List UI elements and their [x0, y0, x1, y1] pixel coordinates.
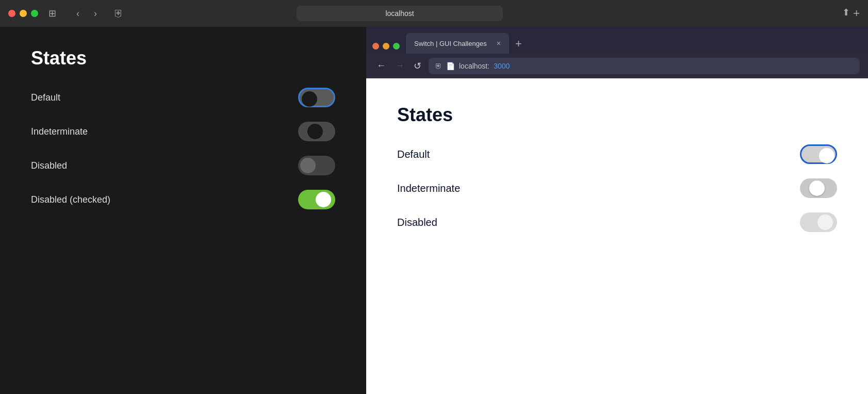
nav-bar: ← → ↺ ⛨ 📄 localhost:3000: [366, 54, 868, 78]
left-toggle-default-wrap[interactable]: [298, 88, 335, 107]
left-panel: States Default Indeterminate Disabled: [0, 27, 366, 394]
back-icon[interactable]: ‹: [70, 6, 86, 21]
right-state-row-default: Default: [397, 144, 837, 164]
left-toggle-disabled-wrap: [298, 156, 335, 175]
left-toggle-default[interactable]: [298, 88, 335, 107]
right-toggle-disabled: [800, 212, 837, 232]
left-section-title: States: [31, 47, 335, 69]
tab-traffic-lights: [372, 43, 400, 50]
left-state-row-disabled-checked: Disabled (checked): [31, 190, 335, 209]
left-toggle-default-knob: [302, 91, 317, 107]
minimize-button[interactable]: [20, 10, 27, 17]
forward-icon[interactable]: ›: [88, 6, 103, 21]
left-toggle-indeterminate-wrap[interactable]: [298, 122, 335, 141]
url-port: 3000: [494, 62, 510, 70]
browser-window: Switch | GUI Challenges × + ← → ↺ ⛨ 📄 lo…: [366, 27, 868, 394]
right-label-indeterminate: Indeterminate: [397, 183, 460, 194]
right-toggle-disabled-knob: [817, 215, 833, 230]
left-state-row-default: Default: [31, 88, 335, 107]
left-state-row-disabled: Disabled: [31, 156, 335, 175]
os-url-text: localhost: [385, 9, 414, 18]
left-label-indeterminate: Indeterminate: [31, 126, 88, 137]
forward-button[interactable]: →: [393, 58, 406, 73]
right-toggle-indeterminate[interactable]: [800, 178, 837, 198]
left-label-disabled: Disabled: [31, 160, 67, 171]
traffic-lights: [8, 10, 38, 17]
main-row: States Default Indeterminate Disabled: [0, 27, 868, 394]
new-tab-icon[interactable]: +: [853, 7, 860, 20]
right-toggle-default-wrap[interactable]: [800, 144, 837, 164]
os-title-bar: ⊞ ‹ › ⛨ localhost ⬆ +: [0, 0, 868, 27]
left-toggle-disabled-checked-knob: [316, 192, 331, 207]
right-toggle-indeterminate-wrap[interactable]: [800, 178, 837, 198]
os-right-icons: ⬆ +: [842, 7, 860, 20]
tab-close-button[interactable]: ×: [497, 39, 501, 47]
left-toggle-indeterminate[interactable]: [298, 122, 335, 141]
maximize-button[interactable]: [31, 10, 38, 17]
close-button[interactable]: [8, 10, 15, 17]
left-toggle-disabled: [298, 156, 335, 175]
tab-max-dot[interactable]: [393, 43, 400, 50]
left-toggle-disabled-checked-wrap: [298, 190, 335, 209]
shield-icon-small: ⛨: [435, 62, 442, 70]
right-toggle-disabled-wrap: [800, 212, 837, 232]
right-state-row-disabled: Disabled: [397, 212, 837, 232]
share-icon[interactable]: ⬆: [842, 7, 850, 20]
os-nav: ‹ ›: [70, 6, 103, 21]
shield-icon: ⛨: [113, 8, 124, 20]
right-toggle-indeterminate-knob: [809, 180, 825, 196]
page-icon: 📄: [446, 62, 455, 70]
url-host: localhost:: [459, 62, 489, 70]
left-toggle-disabled-knob: [300, 158, 316, 173]
right-state-row-indeterminate: Indeterminate: [397, 178, 837, 198]
right-label-default: Default: [397, 149, 430, 160]
reload-button[interactable]: ↺: [412, 58, 423, 74]
left-label-disabled-checked: Disabled (checked): [31, 194, 110, 205]
tab-min-dot[interactable]: [383, 43, 389, 50]
left-state-row-indeterminate: Indeterminate: [31, 122, 335, 141]
left-toggle-indeterminate-knob: [307, 124, 323, 139]
sidebar-toggle-icon[interactable]: ⊞: [44, 6, 60, 21]
tab-bar: Switch | GUI Challenges × +: [366, 27, 868, 54]
left-toggle-disabled-checked: [298, 190, 335, 209]
tab-close-dot[interactable]: [372, 43, 379, 50]
tab-item-active[interactable]: Switch | GUI Challenges ×: [406, 33, 509, 54]
url-bar[interactable]: ⛨ 📄 localhost:3000: [429, 58, 860, 74]
right-toggle-default[interactable]: [800, 144, 837, 164]
right-toggle-default-knob: [819, 148, 834, 163]
tab-title: Switch | GUI Challenges: [414, 40, 487, 47]
new-tab-button[interactable]: +: [511, 37, 526, 51]
left-label-default: Default: [31, 92, 60, 103]
browser-content: States Default Indeterminate: [366, 78, 868, 394]
right-section-title: States: [397, 104, 837, 126]
back-button[interactable]: ←: [374, 58, 388, 73]
right-label-disabled: Disabled: [397, 217, 437, 228]
os-url-bar[interactable]: localhost: [297, 6, 503, 21]
